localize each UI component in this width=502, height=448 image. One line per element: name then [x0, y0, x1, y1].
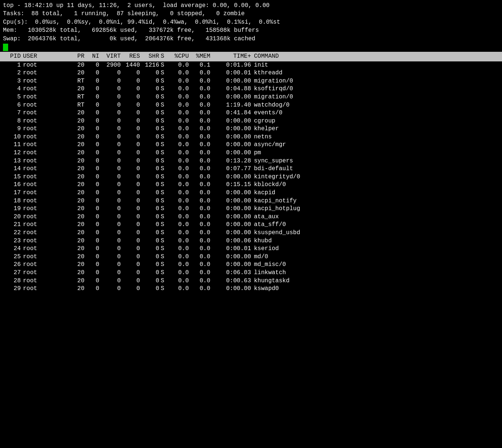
cell-ni-1: 0: [86, 69, 101, 77]
cell-res-23: 0: [122, 245, 141, 253]
table-row: 24 root 20 0 0 0 0 S 0.0 0.0 0:00.01 kse…: [3, 245, 499, 253]
cell-mem-5: 0.0: [190, 101, 212, 110]
cell-pid-14: 15: [3, 173, 22, 181]
cell-cmd-12: sync_supers: [252, 157, 499, 165]
cell-user-14: root: [22, 173, 67, 181]
cell-mem-26: 0.0: [190, 269, 212, 277]
cell-s-16: S: [161, 189, 169, 197]
table-row: 21 root 20 0 0 0 0 S 0.0 0.0 0:00.00 ata…: [3, 221, 499, 229]
cell-shr-22: 0: [141, 237, 161, 245]
cell-cpu-25: 0.0: [169, 261, 190, 269]
cell-shr-27: 0: [141, 277, 161, 285]
cell-ni-24: 0: [86, 253, 101, 261]
table-row: 19 root 20 0 0 0 0 S 0.0 0.0 0:00.00 kac…: [3, 205, 499, 213]
cell-pid-7: 8: [3, 117, 22, 125]
cell-user-21: root: [22, 229, 67, 237]
cell-pr-2: RT: [67, 77, 86, 85]
cell-mem-12: 0.0: [190, 157, 212, 165]
cell-cpu-23: 0.0: [169, 245, 190, 253]
cell-user-18: root: [22, 205, 67, 213]
cell-virt-14: 0: [101, 173, 122, 181]
cell-user-26: root: [22, 269, 67, 277]
cell-user-28: root: [22, 285, 67, 293]
col-header-ni: NI: [86, 53, 101, 61]
cell-ni-0: 0: [86, 61, 101, 70]
cell-s-0: S: [161, 61, 169, 70]
cell-ni-6: 0: [86, 109, 101, 117]
cell-cmd-3: ksoftirqd/0: [252, 85, 499, 93]
cell-pr-28: 20: [67, 285, 86, 293]
col-header-mem: %MEM: [190, 53, 212, 61]
cell-user-8: root: [22, 125, 67, 133]
cell-res-18: 0: [122, 205, 141, 213]
cell-mem-7: 0.0: [190, 117, 212, 125]
cell-shr-25: 0: [141, 261, 161, 269]
cell-virt-12: 0: [101, 157, 122, 165]
table-row: 12 root 20 0 0 0 0 S 0.0 0.0 0:00.00 pm: [3, 149, 499, 157]
cell-user-11: root: [22, 149, 67, 157]
cell-mem-13: 0.0: [190, 165, 212, 173]
cell-time-2: 0:00.00: [212, 77, 252, 85]
cell-cmd-15: kblockd/0: [252, 181, 499, 189]
cell-virt-16: 0: [101, 189, 122, 197]
cell-s-27: S: [161, 277, 169, 285]
cell-cmd-1: kthreadd: [252, 69, 499, 77]
cell-shr-26: 0: [141, 269, 161, 277]
cell-s-10: S: [161, 141, 169, 149]
cell-pr-0: 20: [67, 61, 86, 70]
cell-pr-4: RT: [67, 93, 86, 101]
table-row: 27 root 20 0 0 0 0 S 0.0 0.0 0:06.03 lin…: [3, 269, 499, 277]
cell-ni-13: 0: [86, 165, 101, 173]
cell-ni-16: 0: [86, 189, 101, 197]
cell-s-5: S: [161, 101, 169, 110]
cell-pid-20: 21: [3, 221, 22, 229]
cell-res-1: 0: [122, 69, 141, 77]
cell-virt-21: 0: [101, 229, 122, 237]
cell-user-15: root: [22, 181, 67, 189]
cell-pid-11: 12: [3, 149, 22, 157]
cell-virt-8: 0: [101, 125, 122, 133]
table-row: 2 root 20 0 0 0 0 S 0.0 0.0 0:00.01 kthr…: [3, 69, 499, 77]
cell-shr-0: 1216: [141, 61, 161, 70]
cell-ni-12: 0: [86, 157, 101, 165]
cell-virt-23: 0: [101, 245, 122, 253]
cell-virt-3: 0: [101, 85, 122, 93]
cell-time-17: 0:00.00: [212, 197, 252, 205]
cell-ni-20: 0: [86, 221, 101, 229]
cell-cmd-20: ata_sff/0: [252, 221, 499, 229]
table-row: 23 root 20 0 0 0 0 S 0.0 0.0 0:00.06 khu…: [3, 237, 499, 245]
cell-cpu-11: 0.0: [169, 149, 190, 157]
cell-cmd-6: events/0: [252, 109, 499, 117]
cell-res-0: 1440: [122, 61, 141, 70]
cell-s-18: S: [161, 205, 169, 213]
cell-time-0: 0:01.96: [212, 61, 252, 70]
cell-res-22: 0: [122, 237, 141, 245]
cell-virt-11: 0: [101, 149, 122, 157]
cell-user-19: root: [22, 213, 67, 221]
cell-user-17: root: [22, 197, 67, 205]
cell-shr-2: 0: [141, 77, 161, 85]
table-row: 22 root 20 0 0 0 0 S 0.0 0.0 0:00.00 ksu…: [3, 229, 499, 237]
cell-s-23: S: [161, 245, 169, 253]
header-line-3: Cpu(s): 0.0%us, 0.0%sy, 0.0%ni, 99.4%id,…: [3, 18, 499, 26]
cell-cpu-12: 0.0: [169, 157, 190, 165]
cell-virt-17: 0: [101, 197, 122, 205]
cell-cmd-9: netns: [252, 133, 499, 141]
cell-res-5: 0: [122, 101, 141, 110]
cell-cpu-27: 0.0: [169, 277, 190, 285]
cell-pid-24: 25: [3, 253, 22, 261]
cell-pr-7: 20: [67, 117, 86, 125]
cell-ni-17: 0: [86, 197, 101, 205]
cell-virt-2: 0: [101, 77, 122, 85]
cell-ni-23: 0: [86, 245, 101, 253]
terminal: top - 18:42:10 up 11 days, 11:26, 2 user…: [0, 0, 502, 293]
cell-pid-1: 2: [3, 69, 22, 77]
cell-cmd-5: watchdog/0: [252, 101, 499, 110]
cell-pr-20: 20: [67, 221, 86, 229]
cell-shr-15: 0: [141, 181, 161, 189]
cell-mem-22: 0.0: [190, 237, 212, 245]
cell-pr-13: 20: [67, 165, 86, 173]
cell-time-11: 0:00.00: [212, 149, 252, 157]
cell-cpu-22: 0.0: [169, 237, 190, 245]
cell-user-5: root: [22, 101, 67, 110]
